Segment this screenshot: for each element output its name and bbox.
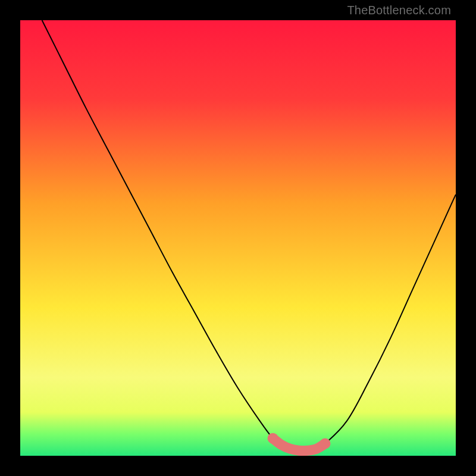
bottleneck-curve-line <box>42 20 456 451</box>
flat-min-marker-group <box>268 433 331 451</box>
flat-min-dot <box>320 439 330 449</box>
chart-plot-area <box>20 20 456 456</box>
bottleneck-svg <box>20 20 456 456</box>
flat-min-rope <box>273 439 325 451</box>
flat-min-dot <box>268 433 278 444</box>
chart-frame: TheBottleneck.com <box>0 0 476 476</box>
attribution-label: TheBottleneck.com <box>347 4 451 17</box>
